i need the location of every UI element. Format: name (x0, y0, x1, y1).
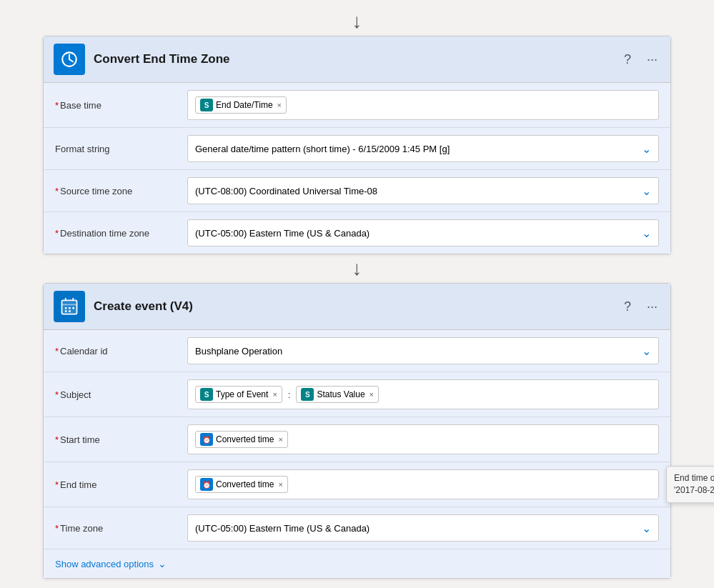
source-time-zone-value: (UTC-08:00) Coordinated Universal Time-0… (195, 186, 377, 196)
svg-rect-11 (69, 307, 71, 309)
base-time-control[interactable]: S End Date/Time × (187, 90, 659, 120)
format-string-arrow[interactable]: ⌄ (642, 142, 651, 156)
status-value-label: Status Value (317, 389, 365, 399)
format-string-row: Format string General date/time pattern … (44, 128, 670, 170)
time-zone-dropdown[interactable]: (UTC-05:00) Eastern Time (US & Canada) ⌄ (187, 514, 659, 542)
subject-control[interactable]: S Type of Event × : S Status Value × (187, 379, 659, 409)
convert-card-icon (54, 44, 85, 75)
destination-time-zone-control[interactable]: (UTC-05:00) Eastern Time (US & Canada) ⌄ (187, 219, 659, 246)
calendar-id-value: Bushplane Operation (195, 346, 282, 357)
convert-card-body: *Base time S End Date/Time × Format stri… (44, 83, 670, 254)
time-zone-value: (UTC-05:00) Eastern Time (US & Canada) (195, 523, 370, 534)
base-time-label: *Base time (55, 100, 187, 111)
sharepoint-icon: S (200, 99, 213, 111)
base-time-row: *Base time S End Date/Time × (44, 83, 670, 128)
type-of-event-label: Type of Event (216, 389, 268, 399)
base-time-input[interactable]: S End Date/Time × (187, 90, 659, 120)
source-time-zone-control[interactable]: (UTC-08:00) Coordinated Universal Time-0… (187, 177, 659, 204)
time-zone-arrow[interactable]: ⌄ (642, 522, 651, 535)
calendar-id-control[interactable]: Bushplane Operation ⌄ (187, 337, 659, 364)
time-zone-control[interactable]: (UTC-05:00) Eastern Time (US & Canada) ⌄ (187, 514, 659, 542)
format-string-value: General date/time pattern (short time) -… (195, 144, 450, 154)
subject-separator: : (288, 389, 291, 400)
svg-rect-13 (65, 310, 67, 312)
end-date-time-tag[interactable]: S End Date/Time × (195, 96, 287, 114)
svg-rect-7 (62, 304, 77, 306)
calendar-id-row: *Calendar id Bushplane Operation ⌄ (44, 330, 670, 372)
top-arrow: ↓ (352, 7, 362, 36)
end-converted-time-close[interactable]: × (278, 480, 282, 489)
type-of-event-tag[interactable]: S Type of Event × (195, 386, 282, 403)
end-date-time-label: End Date/Time (216, 100, 273, 110)
end-converted-time-tag[interactable]: ⏰ Converted time × (195, 476, 288, 493)
destination-time-zone-value: (UTC-05:00) Eastern Time (US & Canada) (195, 228, 370, 239)
destination-time-zone-row: *Destination time zone (UTC-05:00) Easte… (44, 212, 670, 254)
source-time-zone-dropdown[interactable]: (UTC-08:00) Coordinated Universal Time-0… (187, 177, 659, 204)
format-string-control[interactable]: General date/time pattern (short time) -… (187, 135, 659, 162)
convert-card-title: Convert End Time Zone (94, 52, 613, 66)
time-zone-row: *Time zone (UTC-05:00) Eastern Time (US … (44, 507, 670, 549)
svg-point-3 (69, 59, 70, 60)
end-converted-time-label: Converted time (216, 479, 274, 489)
create-event-card: Create event (V4) ? ··· *Calendar id Bus… (43, 283, 671, 579)
source-time-zone-label: *Source time zone (55, 186, 187, 196)
subject-label: *Subject (55, 389, 187, 400)
calendar-id-dropdown[interactable]: Bushplane Operation ⌄ (187, 337, 659, 364)
start-time-row: *Start time ⏰ Converted time × (44, 417, 670, 462)
start-converted-time-close[interactable]: × (278, 435, 282, 444)
show-advanced-chevron-icon: ⌄ (158, 558, 167, 569)
status-value-tag[interactable]: S Status Value × (296, 386, 379, 403)
create-card-header: Create event (V4) ? ··· (44, 284, 670, 330)
show-advanced-options[interactable]: Show advanced options ⌄ (44, 549, 670, 578)
type-of-event-close[interactable]: × (272, 390, 277, 399)
start-converted-time-label: Converted time (216, 434, 274, 444)
calendar-id-label: *Calendar id (55, 346, 187, 357)
calendar-id-arrow[interactable]: ⌄ (642, 344, 651, 358)
subject-row: *Subject S Type of Event × : S Status Va… (44, 372, 670, 417)
source-time-zone-row: *Source time zone (UTC-08:00) Coordinate… (44, 170, 670, 212)
end-date-time-close[interactable]: × (277, 101, 282, 109)
end-time-row: *End time ⏰ Converted time × End time of… (44, 462, 670, 507)
end-time-control[interactable]: ⏰ Converted time × End time of the event… (187, 469, 659, 499)
svg-rect-14 (69, 310, 71, 312)
start-time-control[interactable]: ⏰ Converted time × (187, 424, 659, 454)
svg-rect-12 (72, 307, 74, 309)
format-string-dropdown[interactable]: General date/time pattern (short time) -… (187, 135, 659, 162)
end-time-tooltip: End time of the event (example: '2017-08… (666, 466, 714, 503)
end-time-label: *End time (55, 479, 187, 490)
create-more-button[interactable]: ··· (644, 298, 660, 316)
start-time-label: *Start time (55, 434, 187, 445)
type-sharepoint-icon: S (200, 388, 213, 401)
subject-input[interactable]: S Type of Event × : S Status Value × (187, 379, 659, 409)
end-time-input[interactable]: ⏰ Converted time × (187, 469, 659, 499)
svg-rect-10 (65, 307, 67, 309)
format-string-label: Format string (55, 144, 187, 154)
convert-end-time-zone-card: Convert End Time Zone ? ··· *Base time S… (43, 36, 671, 254)
create-card-icon (54, 291, 85, 322)
source-time-zone-arrow[interactable]: ⌄ (642, 184, 651, 198)
create-card-body: *Calendar id Bushplane Operation ⌄ *Subj… (44, 330, 670, 578)
convert-help-button[interactable]: ? (621, 51, 634, 69)
create-help-button[interactable]: ? (621, 298, 634, 316)
create-card-actions: ? ··· (621, 298, 660, 316)
convert-card-header: Convert End Time Zone ? ··· (44, 36, 670, 83)
middle-arrow: ↓ (352, 254, 362, 283)
start-time-input[interactable]: ⏰ Converted time × (187, 424, 659, 454)
start-clock-icon: ⏰ (200, 433, 213, 446)
convert-card-actions: ? ··· (621, 51, 660, 69)
end-clock-icon: ⏰ (200, 478, 213, 491)
destination-time-zone-arrow[interactable]: ⌄ (642, 226, 651, 240)
time-zone-label: *Time zone (55, 523, 187, 534)
create-card-title: Create event (V4) (94, 299, 613, 314)
destination-time-zone-label: *Destination time zone (55, 228, 187, 239)
status-value-close[interactable]: × (370, 390, 374, 399)
show-advanced-label: Show advanced options (55, 559, 154, 569)
status-sharepoint-icon: S (301, 388, 314, 401)
start-converted-time-tag[interactable]: ⏰ Converted time × (195, 431, 288, 448)
destination-time-zone-dropdown[interactable]: (UTC-05:00) Eastern Time (US & Canada) ⌄ (187, 219, 659, 246)
convert-more-button[interactable]: ··· (644, 51, 660, 69)
